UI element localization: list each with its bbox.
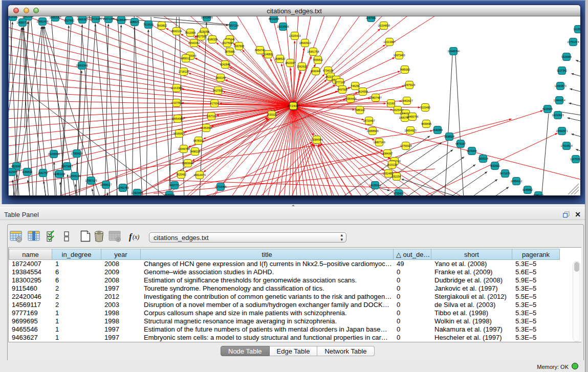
svg-text:9699695: 9699695 [421, 122, 431, 125]
svg-text:2367608: 2367608 [234, 45, 244, 48]
svg-text:5938928: 5938928 [444, 135, 454, 138]
svg-text:20691406: 20691406 [36, 20, 48, 23]
svg-text:16961758: 16961758 [307, 50, 319, 53]
svg-text:16154838: 16154838 [378, 24, 389, 27]
svg-text:5878332: 5878332 [193, 139, 204, 142]
svg-text:9329966: 9329966 [561, 55, 572, 58]
svg-text:6966160: 6966160 [77, 18, 88, 21]
svg-text:746266: 746266 [351, 84, 359, 87]
svg-text:1588520: 1588520 [275, 57, 285, 60]
svg-text:10973493: 10973493 [393, 54, 405, 57]
svg-text:18720407: 18720407 [363, 119, 375, 122]
svg-text:8186323: 8186323 [207, 38, 217, 41]
svg-text:(x): (x) [133, 233, 139, 240]
svg-text:18640910: 18640910 [299, 41, 311, 45]
svg-text:6497508: 6497508 [337, 88, 347, 91]
svg-text:12213389: 12213389 [170, 86, 182, 90]
svg-text:3875685: 3875685 [225, 50, 235, 53]
svg-text:20364436: 20364436 [344, 97, 356, 100]
svg-text:18807249: 18807249 [373, 141, 385, 144]
svg-text:12093873: 12093873 [554, 84, 566, 87]
svg-text:10719185: 10719185 [90, 17, 101, 20]
svg-text:1822037: 1822037 [285, 61, 295, 64]
svg-text:3624554: 3624554 [358, 90, 368, 93]
svg-text:9085413: 9085413 [533, 194, 543, 195]
svg-text:8454749: 8454749 [255, 49, 265, 52]
svg-text:9827503: 9827503 [196, 35, 206, 38]
svg-text:3911547: 3911547 [9, 170, 17, 173]
svg-text:12213967: 12213967 [383, 40, 395, 43]
svg-text:14914479: 14914479 [193, 173, 205, 177]
svg-text:12505135: 12505135 [69, 174, 80, 178]
svg-text:2718126: 2718126 [179, 70, 189, 73]
svg-text:3498222: 3498222 [190, 150, 200, 153]
svg-text:9135646: 9135646 [116, 18, 126, 21]
svg-text:4815061: 4815061 [11, 165, 21, 168]
svg-text:7632621: 7632621 [490, 164, 500, 167]
svg-text:2803144: 2803144 [215, 76, 226, 79]
svg-text:16782759: 16782759 [117, 186, 128, 189]
svg-text:18724007: 18724007 [287, 104, 300, 107]
svg-text:9606924: 9606924 [164, 193, 175, 195]
svg-text:11451194: 11451194 [54, 172, 65, 176]
svg-text:8471676: 8471676 [500, 172, 510, 175]
svg-text:14139141: 14139141 [369, 184, 381, 187]
svg-text:10958117: 10958117 [100, 183, 112, 186]
svg-text:30975867: 30975867 [61, 165, 73, 168]
svg-text:14495796: 14495796 [406, 115, 418, 118]
svg-text:10688609: 10688609 [366, 129, 378, 133]
svg-text:1640954: 1640954 [432, 128, 443, 132]
svg-text:1905534: 1905534 [23, 16, 33, 18]
svg-text:9474444: 9474444 [467, 149, 477, 152]
svg-text:8813054: 8813054 [269, 17, 279, 20]
svg-text:7955812: 7955812 [313, 58, 323, 61]
svg-text:11675338: 11675338 [570, 158, 580, 161]
svg-text:10653267: 10653267 [49, 16, 61, 19]
svg-text:17359928: 17359928 [71, 152, 82, 155]
svg-text:19463627: 19463627 [401, 99, 412, 102]
svg-text:252254: 252254 [392, 175, 401, 178]
svg-text:15751074: 15751074 [567, 40, 579, 43]
svg-text:19654985: 19654985 [171, 117, 183, 120]
svg-text:9115460: 9115460 [420, 106, 430, 109]
svg-text:8912954: 8912954 [185, 31, 195, 34]
svg-text:8427552: 8427552 [213, 89, 223, 92]
svg-text:2530021: 2530021 [267, 113, 277, 116]
svg-text:1156819: 1156819 [22, 170, 32, 173]
svg-text:14055712: 14055712 [16, 21, 28, 24]
svg-text:16671355: 16671355 [102, 17, 114, 20]
svg-text:7625402: 7625402 [176, 173, 186, 176]
svg-text:1733426: 1733426 [394, 192, 404, 195]
svg-text:6734028: 6734028 [323, 69, 333, 72]
svg-text:6990443: 6990443 [311, 70, 321, 73]
svg-text:9245652: 9245652 [522, 188, 533, 191]
svg-text:9327503: 9327503 [222, 41, 232, 45]
svg-text:10654112: 10654112 [511, 180, 522, 183]
svg-text:3267110: 3267110 [206, 115, 216, 118]
svg-text:20053346: 20053346 [76, 64, 88, 67]
svg-text:1186671: 1186671 [129, 20, 140, 24]
svg-text:15692971: 15692971 [556, 129, 568, 133]
svg-text:9084067: 9084067 [382, 152, 393, 155]
svg-text:2087682: 2087682 [366, 16, 376, 19]
svg-text:1615132: 1615132 [387, 163, 397, 166]
svg-text:989012: 989012 [181, 57, 190, 60]
svg-text:15716485: 15716485 [214, 185, 226, 188]
svg-text:9227342: 9227342 [557, 69, 567, 72]
svg-text:1362615: 1362615 [297, 65, 307, 68]
svg-text:20206536: 20206536 [48, 152, 59, 156]
svg-text:7515526: 7515526 [143, 23, 154, 26]
svg-text:7986322: 7986322 [355, 108, 365, 112]
svg-text:1112544: 1112544 [573, 28, 580, 31]
svg-text:16543362: 16543362 [188, 41, 200, 45]
svg-text:9777169: 9777169 [335, 81, 345, 84]
svg-text:9146821: 9146821 [263, 53, 273, 56]
svg-text:13353594: 13353594 [200, 126, 212, 129]
svg-text:62160: 62160 [387, 102, 395, 105]
svg-text:17016514: 17016514 [560, 144, 572, 147]
svg-text:2942757: 2942757 [38, 171, 48, 174]
svg-text:7663822: 7663822 [157, 24, 167, 27]
svg-text:9457771: 9457771 [169, 184, 180, 187]
svg-text:17957225: 17957225 [85, 179, 97, 182]
svg-text:7485063: 7485063 [400, 68, 410, 71]
